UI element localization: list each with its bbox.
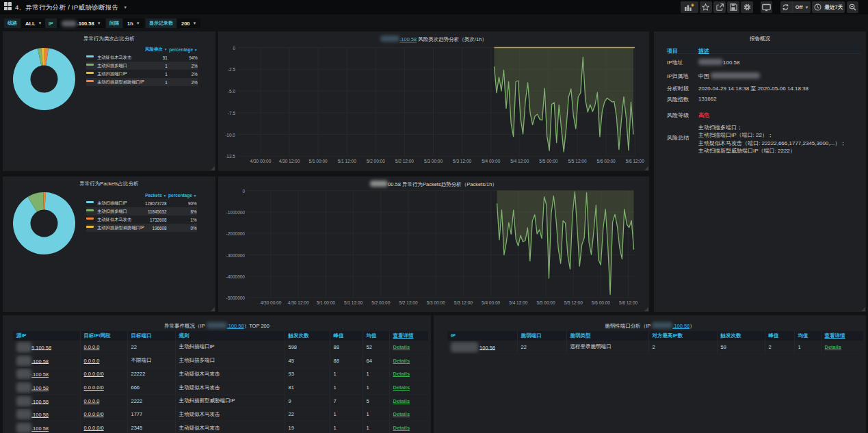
svg-text:5/5 00:00: 5/5 00:00 — [539, 159, 557, 163]
svg-text:-5.0: -5.0 — [228, 89, 236, 94]
svg-text:5/6 00:00: 5/6 00:00 — [597, 159, 616, 163]
svg-text:-1000000: -1000000 — [226, 210, 246, 215]
svg-text:5/5 12:00: 5/5 12:00 — [568, 159, 586, 163]
svg-text:0: 0 — [242, 189, 245, 194]
svg-text:-12.5: -12.5 — [225, 154, 235, 159]
svg-text:5/1 00:00: 5/1 00:00 — [317, 300, 335, 305]
svg-text:5/4 00:00: 5/4 00:00 — [482, 300, 500, 305]
svg-text:5/5 12:00: 5/5 12:00 — [564, 300, 583, 305]
svg-text:5/4 12:00: 5/4 12:00 — [510, 159, 529, 163]
svg-text:5/2 12:00: 5/2 12:00 — [399, 300, 417, 305]
svg-text:5/3 12:00: 5/3 12:00 — [454, 300, 473, 305]
svg-text:5/3 00:00: 5/3 00:00 — [424, 159, 443, 163]
svg-text:5/1 12:00: 5/1 12:00 — [344, 300, 363, 305]
svg-text:-2.5: -2.5 — [228, 67, 236, 72]
svg-text:-5000000: -5000000 — [226, 296, 246, 300]
svg-text:4/30 12:00: 4/30 12:00 — [279, 159, 300, 163]
svg-text:5/3 12:00: 5/3 12:00 — [453, 159, 471, 163]
svg-text:5/3 00:00: 5/3 00:00 — [427, 300, 445, 305]
svg-text:4/30 00:00: 4/30 00:00 — [261, 300, 282, 305]
svg-text:5/5 00:00: 5/5 00:00 — [536, 300, 555, 305]
svg-text:5/2 00:00: 5/2 00:00 — [367, 159, 385, 163]
svg-text:5/6 12:00: 5/6 12:00 — [619, 300, 637, 305]
svg-text:4/30 12:00: 4/30 12:00 — [288, 300, 309, 305]
svg-text:0: 0 — [233, 46, 235, 51]
svg-text:5/4 12:00: 5/4 12:00 — [509, 300, 527, 305]
svg-text:-10.0: -10.0 — [225, 133, 235, 137]
svg-text:5/1 00:00: 5/1 00:00 — [309, 159, 328, 163]
svg-text:5/4 00:00: 5/4 00:00 — [482, 159, 500, 163]
svg-text:5/6 12:00: 5/6 12:00 — [626, 159, 644, 163]
svg-text:5/1 12:00: 5/1 12:00 — [338, 159, 356, 163]
svg-text:5/2 12:00: 5/2 12:00 — [395, 159, 414, 163]
svg-text:-2000000: -2000000 — [226, 231, 246, 236]
svg-text:-4000000: -4000000 — [226, 274, 246, 279]
svg-text:4/30 00:00: 4/30 00:00 — [250, 159, 272, 163]
svg-text:-7.5: -7.5 — [228, 111, 236, 116]
svg-text:-3000000: -3000000 — [226, 253, 246, 258]
svg-text:5/6 00:00: 5/6 00:00 — [592, 300, 610, 305]
svg-text:5/2 00:00: 5/2 00:00 — [371, 300, 390, 305]
